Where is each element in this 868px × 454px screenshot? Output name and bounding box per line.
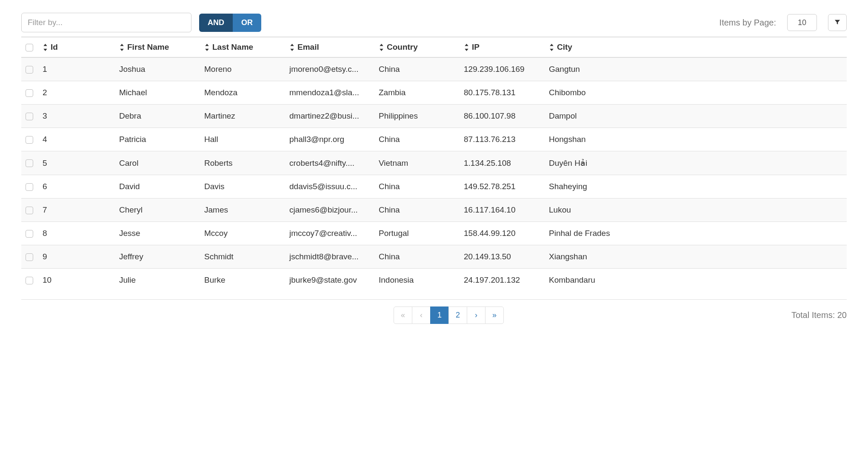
row-checkbox[interactable] <box>26 113 33 120</box>
row-checkbox-cell <box>21 128 38 151</box>
cell-first_name: David <box>115 175 200 199</box>
sort-icon <box>289 44 295 51</box>
cell-first_name: Joshua <box>115 57 200 81</box>
filter-toggle-button[interactable] <box>828 14 847 31</box>
cell-ip: 158.44.99.120 <box>460 222 545 245</box>
pagination: «‹12›» <box>394 306 504 324</box>
row-checkbox[interactable] <box>26 136 33 144</box>
cell-city: Duyên Hải <box>545 151 847 175</box>
cell-email: jburke9@state.gov <box>285 269 374 292</box>
cell-city: Chibombo <box>545 81 847 105</box>
items-per-page-input[interactable] <box>787 14 817 31</box>
row-checkbox[interactable] <box>26 253 33 261</box>
cell-city: Shaheying <box>545 175 847 199</box>
cell-email: mmendoza1@sla... <box>285 81 374 105</box>
cell-first_name: Patricia <box>115 128 200 151</box>
column-label: Email <box>297 43 319 51</box>
total-items-label: Total Items: 20 <box>791 310 847 320</box>
row-checkbox[interactable] <box>26 230 33 238</box>
cell-email: jschmidt8@brave... <box>285 245 374 269</box>
page-number-1[interactable]: 1 <box>430 306 449 324</box>
cell-ip: 86.100.107.98 <box>460 105 545 128</box>
row-checkbox[interactable] <box>26 183 33 191</box>
cell-ip: 129.239.106.169 <box>460 57 545 81</box>
column-header-id[interactable]: Id <box>38 37 115 57</box>
cell-last_name: Burke <box>200 269 285 292</box>
cell-last_name: Davis <box>200 175 285 199</box>
cell-country: China <box>374 57 460 81</box>
cell-last_name: Schmidt <box>200 245 285 269</box>
cell-country: Indonesia <box>374 269 460 292</box>
sort-icon <box>43 44 48 51</box>
column-header-first_name[interactable]: First Name <box>115 37 200 57</box>
cell-first_name: Jesse <box>115 222 200 245</box>
row-checkbox[interactable] <box>26 159 33 167</box>
page-prev-button: ‹ <box>412 306 431 324</box>
items-per-page-label: Items by Page: <box>720 18 776 28</box>
cell-country: Vietnam <box>374 151 460 175</box>
cell-email: jmoreno0@etsy.c... <box>285 57 374 81</box>
cell-ip: 20.149.13.50 <box>460 245 545 269</box>
cell-last_name: Mendoza <box>200 81 285 105</box>
table-row: 4PatriciaHallphall3@npr.orgChina87.113.7… <box>21 128 847 151</box>
cell-ip: 24.197.201.132 <box>460 269 545 292</box>
column-header-ip[interactable]: IP <box>460 37 545 57</box>
select-all-checkbox[interactable] <box>26 44 33 51</box>
page-next-button[interactable]: › <box>467 306 485 324</box>
cell-city: Pinhal de Frades <box>545 222 847 245</box>
cell-first_name: Cheryl <box>115 199 200 222</box>
cell-first_name: Carol <box>115 151 200 175</box>
cell-city: Dampol <box>545 105 847 128</box>
cell-city: Gangtun <box>545 57 847 81</box>
row-checkbox-cell <box>21 151 38 175</box>
row-checkbox[interactable] <box>26 66 33 74</box>
row-checkbox[interactable] <box>26 207 33 214</box>
page-number-2[interactable]: 2 <box>448 306 467 324</box>
filter-icon <box>834 19 840 26</box>
column-header-city[interactable]: City <box>545 37 847 57</box>
cell-country: Portugal <box>374 222 460 245</box>
table-body: 1JoshuaMorenojmoreno0@etsy.c...China129.… <box>21 57 847 292</box>
cell-email: dmartinez2@busi... <box>285 105 374 128</box>
sort-icon <box>204 44 210 51</box>
table-row: 1JoshuaMorenojmoreno0@etsy.c...China129.… <box>21 57 847 81</box>
column-label: IP <box>472 43 480 51</box>
and-button[interactable]: AND <box>199 14 233 32</box>
cell-id: 8 <box>38 222 115 245</box>
cell-id: 3 <box>38 105 115 128</box>
cell-id: 4 <box>38 128 115 151</box>
cell-country: China <box>374 199 460 222</box>
table-row: 7CherylJamescjames6@bizjour...China16.11… <box>21 199 847 222</box>
page-last-button[interactable]: » <box>485 306 504 324</box>
table-row: 5CarolRobertscroberts4@nifty....Vietnam1… <box>21 151 847 175</box>
cell-last_name: Roberts <box>200 151 285 175</box>
table-row: 3DebraMartinezdmartinez2@busi...Philippi… <box>21 105 847 128</box>
sort-icon <box>379 44 384 51</box>
column-header-email[interactable]: Email <box>285 37 374 57</box>
column-header-country[interactable]: Country <box>374 37 460 57</box>
cell-country: China <box>374 175 460 199</box>
cell-email: phall3@npr.org <box>285 128 374 151</box>
column-label: First Name <box>127 43 169 51</box>
cell-ip: 16.117.164.10 <box>460 199 545 222</box>
cell-first_name: Julie <box>115 269 200 292</box>
or-button[interactable]: OR <box>233 14 261 32</box>
cell-ip: 149.52.78.251 <box>460 175 545 199</box>
table-row: 9JeffreySchmidtjschmidt8@brave...China20… <box>21 245 847 269</box>
cell-first_name: Michael <box>115 81 200 105</box>
cell-ip: 87.113.76.213 <box>460 128 545 151</box>
table-row: 6DavidDavisddavis5@issuu.c...China149.52… <box>21 175 847 199</box>
cell-first_name: Debra <box>115 105 200 128</box>
row-checkbox[interactable] <box>26 89 33 97</box>
row-checkbox[interactable] <box>26 277 33 284</box>
column-header-last_name[interactable]: Last Name <box>200 37 285 57</box>
sort-icon <box>464 44 469 51</box>
row-checkbox-cell <box>21 81 38 105</box>
cell-id: 10 <box>38 269 115 292</box>
cell-id: 7 <box>38 199 115 222</box>
cell-country: Philippines <box>374 105 460 128</box>
toolbar: AND OR Items by Page: <box>21 13 847 32</box>
cell-email: ddavis5@issuu.c... <box>285 175 374 199</box>
cell-ip: 80.175.78.131 <box>460 81 545 105</box>
filter-input[interactable] <box>21 13 191 32</box>
